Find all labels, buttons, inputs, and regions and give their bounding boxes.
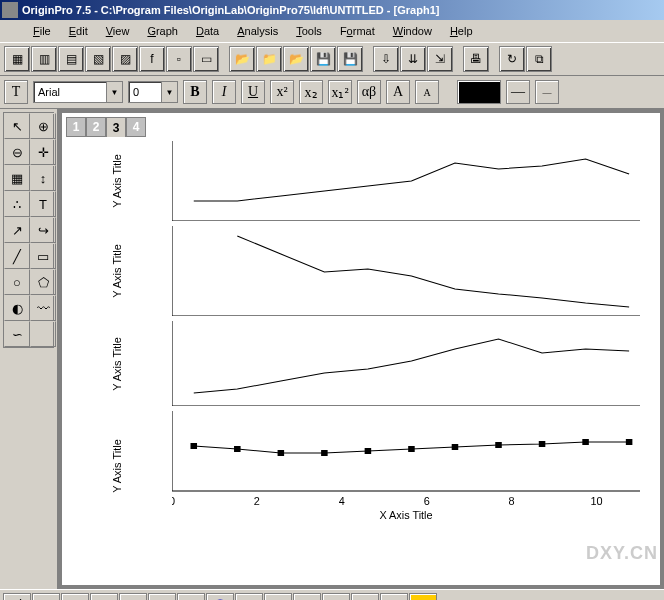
open-template-icon[interactable]: 📁 [256, 46, 282, 72]
duplicate-icon[interactable]: ⧉ [526, 46, 552, 72]
new-icon[interactable]: ▦ [4, 46, 30, 72]
menu-analysis[interactable]: Analysis [228, 22, 287, 40]
new-wks-icon[interactable]: ▥ [31, 46, 57, 72]
text-icon[interactable]: T [30, 191, 56, 217]
blank-icon [30, 321, 56, 347]
font-size-combo[interactable]: 0▼ [128, 81, 178, 103]
bold-button[interactable]: B [183, 80, 207, 104]
chart-panel-4: 0246810 X Axis Title [172, 411, 640, 521]
region-icon[interactable]: ◐ [4, 295, 30, 321]
svg-rect-19 [408, 446, 415, 452]
data-reader-icon[interactable]: ✛ [30, 139, 56, 165]
svg-rect-14 [191, 443, 198, 449]
plot-area: Y Axis Title Y Axis Title 1086420 [172, 141, 640, 555]
draw-data-icon[interactable]: ∴ [4, 191, 30, 217]
open-excel-icon[interactable]: 📂 [283, 46, 309, 72]
new-layout-icon[interactable]: ▫ [166, 46, 192, 72]
svg-rect-15 [234, 446, 241, 452]
italic-button[interactable]: I [212, 80, 236, 104]
greek-button[interactable]: αβ [357, 80, 381, 104]
save-template-icon[interactable]: 💾 [337, 46, 363, 72]
freehand-icon[interactable]: 〰 [30, 295, 56, 321]
text-tool-icon[interactable]: T [4, 80, 28, 104]
menu-help[interactable]: Help [441, 22, 482, 40]
y-axis-title-4[interactable]: Y Axis Title [111, 439, 123, 493]
new-excel-icon[interactable]: ▤ [58, 46, 84, 72]
line-plot-icon[interactable]: ╱ [3, 593, 31, 600]
svg-text:6: 6 [424, 496, 430, 507]
svg-rect-24 [626, 439, 633, 445]
open-icon[interactable]: 📂 [229, 46, 255, 72]
color-swatch[interactable] [457, 80, 501, 104]
tab-2[interactable]: 2 [86, 117, 106, 137]
chevron-down-icon[interactable]: ▼ [106, 82, 122, 102]
new-notes-icon[interactable]: ▭ [193, 46, 219, 72]
fill-area-icon[interactable]: ⌒ [206, 593, 234, 600]
y-axis-title-2[interactable]: Y Axis Title [111, 244, 123, 298]
save-icon[interactable]: 💾 [310, 46, 336, 72]
menu-tools[interactable]: Tools [287, 22, 331, 40]
refresh-icon[interactable]: ↻ [499, 46, 525, 72]
smith-chart-icon[interactable]: ⊗ [293, 593, 321, 600]
font-family-combo[interactable]: Arial▼ [33, 81, 123, 103]
tab-1[interactable]: 1 [66, 117, 86, 137]
polygon-icon[interactable]: ⬠ [30, 269, 56, 295]
chart-panel-1 [172, 141, 640, 221]
import-wizard-icon[interactable]: ⇲ [427, 46, 453, 72]
polar-plot-icon[interactable]: ⊚ [235, 593, 263, 600]
superscript-button[interactable]: x² [270, 80, 294, 104]
new-function-icon[interactable]: f [139, 46, 165, 72]
scatter-plot-icon[interactable]: ∴ [32, 593, 60, 600]
pie-plot-icon[interactable]: ◑ [148, 593, 176, 600]
spline-icon[interactable]: ∽ [4, 321, 30, 347]
zoom-out-icon[interactable]: ⊖ [4, 139, 30, 165]
tab-3[interactable]: 3 [106, 117, 126, 137]
font-dec-button[interactable]: A [415, 80, 439, 104]
curved-arrow-icon[interactable]: ↪ [30, 217, 56, 243]
print-icon[interactable]: 🖶 [463, 46, 489, 72]
menu-edit[interactable]: Edit [60, 22, 97, 40]
menu-file[interactable]: File [24, 22, 60, 40]
new-graph-icon[interactable]: ▧ [85, 46, 111, 72]
vector-xyxy-icon[interactable]: ↘ [380, 593, 408, 600]
import-multi-icon[interactable]: ⇊ [400, 46, 426, 72]
menu-format[interactable]: Format [331, 22, 384, 40]
high-low-icon[interactable]: ⫿ [322, 593, 350, 600]
data-selector-icon[interactable]: ↕ [30, 165, 56, 191]
menu-window[interactable]: Window [384, 22, 441, 40]
zoom-in-icon[interactable]: ⊕ [30, 113, 56, 139]
import-icon[interactable]: ⇩ [373, 46, 399, 72]
graph-window[interactable]: 1 2 3 4 Y Axis Title Y Axis Title [62, 113, 660, 585]
line-icon[interactable]: ╱ [4, 243, 30, 269]
chevron-down-icon[interactable]: ▼ [161, 82, 177, 102]
pointer-icon[interactable]: ↖ [4, 113, 30, 139]
svg-rect-23 [582, 439, 589, 445]
line-style-button[interactable]: — [506, 80, 530, 104]
y-axis-title-3[interactable]: Y Axis Title [111, 337, 123, 391]
chart-panel-2: 1086420 [172, 226, 640, 316]
line-thin-button[interactable]: — [535, 80, 559, 104]
new-matrix-icon[interactable]: ▨ [112, 46, 138, 72]
line-symbol-icon[interactable]: ⟋ [61, 593, 89, 600]
svg-text:0: 0 [172, 496, 175, 507]
screen-reader-icon[interactable]: ▦ [4, 165, 30, 191]
area-plot-icon[interactable]: ▲ [177, 593, 205, 600]
template-icon[interactable]: ▦ [409, 593, 437, 600]
subscript-button[interactable]: x₂ [299, 80, 323, 104]
menu-data[interactable]: Data [187, 22, 228, 40]
vector-xyam-icon[interactable]: ↗ [351, 593, 379, 600]
ternary-plot-icon[interactable]: △ [264, 593, 292, 600]
font-inc-button[interactable]: A [386, 80, 410, 104]
tab-4[interactable]: 4 [126, 117, 146, 137]
circle-icon[interactable]: ○ [4, 269, 30, 295]
svg-text:10: 10 [590, 496, 602, 507]
arrow-icon[interactable]: ↗ [4, 217, 30, 243]
bar-plot-icon[interactable]: ▬ [119, 593, 147, 600]
rect-icon[interactable]: ▭ [30, 243, 56, 269]
column-plot-icon[interactable]: ▮ [90, 593, 118, 600]
y-axis-title-1[interactable]: Y Axis Title [111, 154, 123, 208]
underline-button[interactable]: U [241, 80, 265, 104]
supersub-button[interactable]: x₁² [328, 80, 352, 104]
menu-graph[interactable]: Graph [138, 22, 187, 40]
menu-view[interactable]: View [97, 22, 139, 40]
